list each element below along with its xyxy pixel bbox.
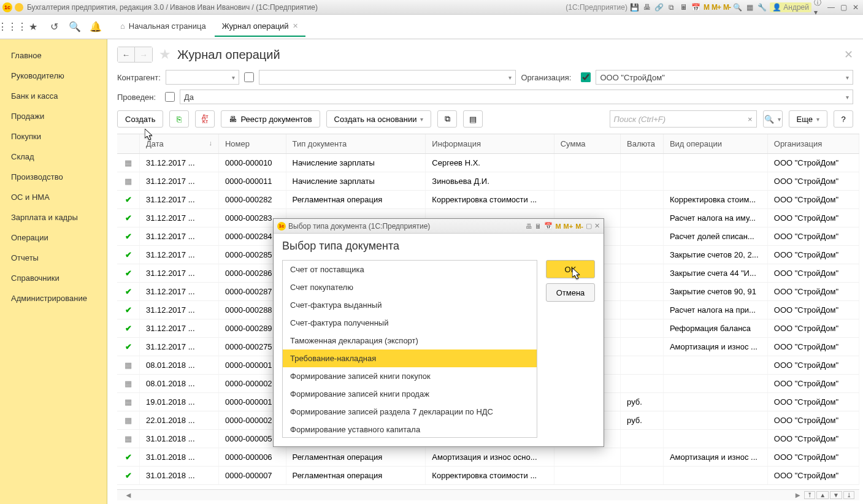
dtkt-button[interactable]: ДтКт bbox=[195, 110, 215, 128]
sidebar-item-2[interactable]: Банк и касса bbox=[0, 86, 107, 106]
modal-titlebar[interactable]: 1c Выбор типа документа (1С:Предприятие)… bbox=[274, 219, 604, 234]
tab-home[interactable]: ⌂ Начальная страница bbox=[113, 17, 213, 37]
zoom-icon[interactable]: 🔍 bbox=[733, 2, 743, 12]
sidebar-item-10[interactable]: Отчеты bbox=[0, 248, 107, 268]
search-button[interactable]: 🔍 ▾ bbox=[763, 110, 783, 128]
posted-dropdown[interactable]: Да ▾ bbox=[180, 90, 853, 104]
history-icon[interactable]: ↺ bbox=[47, 20, 61, 34]
nav-forward-button[interactable]: → bbox=[135, 47, 152, 62]
page-close-button[interactable]: ✕ bbox=[844, 48, 853, 61]
tab-journal[interactable]: Журнал операций ✕ bbox=[215, 17, 305, 37]
link-icon[interactable]: 🔗 bbox=[654, 2, 664, 12]
search-input[interactable]: Поиск (Ctrl+F) × bbox=[610, 110, 757, 128]
modal-calendar-icon[interactable]: 📅 bbox=[544, 222, 553, 230]
m-plus-button[interactable]: M+ bbox=[711, 3, 721, 12]
col-header-1[interactable]: Дата↓ bbox=[140, 134, 219, 154]
table-row[interactable]: ✔31.01.2018 ...0000-000006Регламентная о… bbox=[117, 448, 859, 467]
scroll-left-icon[interactable]: ◄ bbox=[122, 491, 135, 500]
structure-button[interactable]: ⧉ bbox=[437, 110, 457, 128]
col-header-8[interactable]: Организация bbox=[767, 134, 859, 154]
table-row[interactable]: ▦31.12.2017 ...0000-000011Начисление зар… bbox=[117, 172, 859, 191]
sidebar-item-7[interactable]: ОС и НМА bbox=[0, 187, 107, 207]
contragent-mode-dropdown[interactable]: ▾ bbox=[166, 70, 239, 85]
table-row[interactable]: ✔31.12.2017 ...0000-000282Регламентная о… bbox=[117, 191, 859, 209]
bell-icon[interactable]: 🔔 bbox=[88, 20, 103, 34]
search-clear-icon[interactable]: × bbox=[748, 115, 753, 124]
doc-type-item[interactable]: Счет-фактура полученный bbox=[283, 314, 537, 332]
posted-checkbox[interactable] bbox=[165, 92, 175, 102]
info-icon[interactable]: ⓘ ▾ bbox=[814, 2, 824, 12]
col-header-5[interactable]: Сумма bbox=[554, 134, 620, 154]
doc-type-item[interactable]: Формирование записей раздела 7 деклараци… bbox=[283, 403, 537, 421]
save-icon[interactable]: 💾 bbox=[630, 2, 640, 12]
calc-icon[interactable]: 🖩 bbox=[679, 2, 689, 12]
doc-type-item[interactable]: Формирование записей книги покупок bbox=[283, 367, 537, 385]
search-icon[interactable]: 🔍 bbox=[67, 20, 82, 34]
doc-type-list[interactable]: Счет от поставщикаСчет покупателюСчет-фа… bbox=[282, 260, 537, 438]
sidebar-item-1[interactable]: Руководителю bbox=[0, 66, 107, 86]
favorite-icon[interactable]: ★ bbox=[26, 20, 40, 34]
doc-type-item[interactable]: Формирование уставного капитала bbox=[283, 421, 537, 438]
doc-type-item[interactable]: Счет покупателю bbox=[283, 278, 537, 296]
user-label[interactable]: 👤 Андрей bbox=[770, 2, 811, 12]
table-row[interactable]: ✔31.01.2018 ...0000-000007Регламентная о… bbox=[117, 467, 859, 485]
sidebar-item-3[interactable]: Продажи bbox=[0, 106, 107, 126]
modal-maximize-icon[interactable]: ▢ bbox=[586, 222, 592, 230]
panel-icon[interactable]: ▦ bbox=[745, 2, 755, 12]
sidebar-item-6[interactable]: Производство bbox=[0, 167, 107, 187]
modal-cancel-button[interactable]: Отмена bbox=[546, 283, 595, 302]
modal-m-button[interactable]: M bbox=[555, 223, 561, 230]
col-header-4[interactable]: Информация bbox=[426, 134, 554, 154]
tools-icon[interactable]: 🔧 bbox=[758, 2, 767, 12]
modal-close-icon[interactable]: ✕ bbox=[594, 222, 600, 230]
col-header-2[interactable]: Номер bbox=[218, 134, 286, 154]
sidebar-item-8[interactable]: Зарплата и кадры bbox=[0, 207, 107, 227]
copy-button[interactable]: ⎘ bbox=[169, 110, 189, 128]
sidebar-item-9[interactable]: Операции bbox=[0, 227, 107, 248]
more-button[interactable]: Еще ▾ bbox=[789, 110, 827, 128]
col-header-6[interactable]: Валюта bbox=[621, 134, 664, 154]
nav-down-icon[interactable]: ▼ bbox=[830, 491, 842, 499]
help-button[interactable]: ? bbox=[834, 110, 853, 128]
tab-close-icon[interactable]: ✕ bbox=[293, 22, 298, 30]
nav-top-icon[interactable]: ⤒ bbox=[804, 491, 815, 499]
scroll-right-icon[interactable]: ► bbox=[791, 491, 804, 500]
list-button[interactable]: ▤ bbox=[463, 110, 483, 128]
apps-icon[interactable]: ⋮⋮⋮ bbox=[5, 20, 20, 34]
table-row[interactable]: ▦31.12.2017 ...0000-000010Начисление зар… bbox=[117, 154, 859, 172]
modal-ok-button[interactable]: OK bbox=[546, 260, 595, 278]
modal-mplus-button[interactable]: M+ bbox=[564, 223, 573, 230]
nav-up-icon[interactable]: ▲ bbox=[816, 491, 829, 499]
sidebar-item-0[interactable]: Главное bbox=[0, 45, 107, 66]
col-header-3[interactable]: Тип документа bbox=[286, 134, 426, 154]
contragent-dropdown[interactable]: ▾ bbox=[259, 70, 516, 85]
sidebar-item-4[interactable]: Покупки bbox=[0, 126, 107, 147]
sidebar-item-11[interactable]: Справочники bbox=[0, 268, 107, 288]
create-based-button[interactable]: Создать на основании ▾ bbox=[326, 110, 432, 128]
org-checkbox[interactable] bbox=[581, 72, 591, 82]
org-dropdown[interactable]: ООО "СтройДом" ▾ bbox=[596, 70, 853, 85]
col-header-7[interactable]: Вид операции bbox=[663, 134, 767, 154]
print-icon[interactable]: 🖶 bbox=[642, 2, 652, 12]
modal-calc-icon[interactable]: 🖩 bbox=[535, 223, 542, 230]
modal-mminus-button[interactable]: M- bbox=[575, 223, 583, 230]
sidebar-item-12[interactable]: Администрирование bbox=[0, 288, 107, 308]
close-window-button[interactable]: ✕ bbox=[851, 2, 861, 12]
m-button[interactable]: M bbox=[704, 3, 709, 12]
sidebar-item-5[interactable]: Склад bbox=[0, 147, 107, 167]
calendar-icon[interactable]: 📅 bbox=[691, 2, 701, 12]
nav-bottom-icon[interactable]: ⤓ bbox=[843, 491, 854, 499]
hscrollbar[interactable]: ◄ ► ⤒ ▲ ▼ ⤓ bbox=[117, 489, 859, 500]
doc-type-item[interactable]: Таможенная декларация (экспорт) bbox=[283, 332, 537, 349]
maximize-button[interactable]: ▢ bbox=[838, 2, 848, 12]
star-icon[interactable]: ★ bbox=[159, 47, 171, 63]
compare-icon[interactable]: ⧉ bbox=[667, 2, 677, 12]
doc-type-item[interactable]: Счет от поставщика bbox=[283, 261, 537, 278]
doc-type-item[interactable]: Формирование записей книги продаж bbox=[283, 385, 537, 403]
reestr-button[interactable]: 🖶 Реестр документов bbox=[221, 110, 320, 128]
contragent-checkbox[interactable] bbox=[244, 72, 254, 82]
create-button[interactable]: Создать bbox=[117, 110, 163, 128]
m-minus-button[interactable]: M- bbox=[723, 3, 731, 12]
minimize-button[interactable]: — bbox=[826, 2, 836, 12]
nav-back-button[interactable]: ← bbox=[118, 47, 135, 62]
